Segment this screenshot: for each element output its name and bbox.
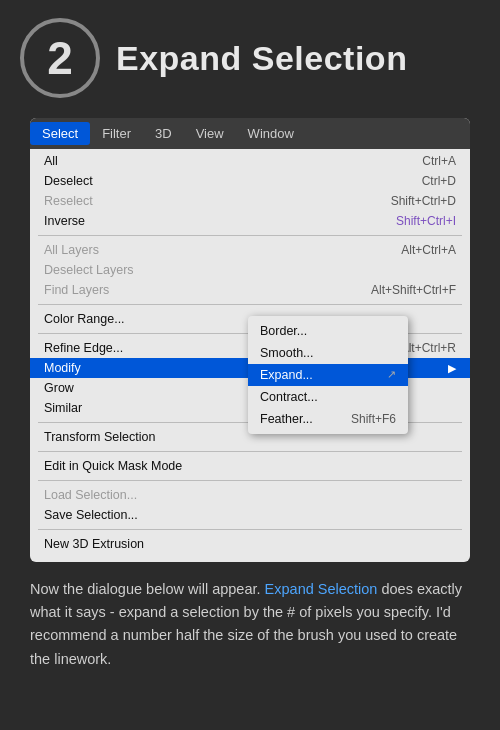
menu-item-shortcut: Shift+Ctrl+D bbox=[391, 194, 456, 208]
menu-item-load-selection[interactable]: Load Selection... bbox=[30, 485, 470, 505]
page-title: Expand Selection bbox=[116, 39, 407, 78]
divider-5 bbox=[38, 451, 462, 452]
menu-item-shortcut: Ctrl+D bbox=[422, 174, 456, 188]
menu-bar: Select Filter 3D View Window bbox=[30, 118, 470, 149]
page-header: 2 Expand Selection bbox=[0, 0, 500, 108]
menu-item-3d-extrusion[interactable]: New 3D Extrusion bbox=[30, 534, 470, 554]
menu-item-shortcut: Alt+Shift+Ctrl+F bbox=[371, 283, 456, 297]
description-text: Now the dialogue below will appear. Expa… bbox=[0, 578, 500, 691]
cursor-icon: ↗ bbox=[387, 368, 396, 382]
menu-item-reselect[interactable]: Reselect Shift+Ctrl+D bbox=[30, 191, 470, 211]
divider-6 bbox=[38, 480, 462, 481]
menu-item-save-selection[interactable]: Save Selection... bbox=[30, 505, 470, 525]
submenu-item-label: Smooth... bbox=[260, 346, 314, 360]
divider-2 bbox=[38, 304, 462, 305]
submenu-item-shortcut: Shift+F6 bbox=[351, 412, 396, 426]
divider-7 bbox=[38, 529, 462, 530]
menu-item-label: Color Range... bbox=[44, 312, 125, 326]
menu-item-label: Inverse bbox=[44, 214, 85, 228]
menu-item-label: Save Selection... bbox=[44, 508, 138, 522]
menu-item-shortcut: Ctrl+A bbox=[422, 154, 456, 168]
divider-1 bbox=[38, 235, 462, 236]
menu-item-label: Refine Edge... bbox=[44, 341, 123, 355]
menu-item-label: Transform Selection bbox=[44, 430, 155, 444]
submenu-item-border[interactable]: Border... bbox=[248, 320, 408, 342]
submenu-item-smooth[interactable]: Smooth... bbox=[248, 342, 408, 364]
submenu-item-label: Border... bbox=[260, 324, 307, 338]
menu-item-label: Deselect Layers bbox=[44, 263, 134, 277]
menu-item-quick-mask[interactable]: Edit in Quick Mask Mode bbox=[30, 456, 470, 476]
menu-item-label: Modify bbox=[44, 361, 81, 375]
submenu-item-label: Feather... bbox=[260, 412, 313, 426]
menu-item-label: Find Layers bbox=[44, 283, 109, 297]
menu-item-label: New 3D Extrusion bbox=[44, 537, 144, 551]
submenu-item-expand[interactable]: Expand... ↗ bbox=[248, 364, 408, 386]
menubar-item-3d[interactable]: 3D bbox=[143, 122, 184, 145]
step-circle: 2 bbox=[20, 18, 100, 98]
menu-item-shortcut: Shift+Ctrl+I bbox=[396, 214, 456, 228]
menu-item-shortcut: Alt+Ctrl+R bbox=[401, 341, 456, 355]
menu-item-label: Edit in Quick Mask Mode bbox=[44, 459, 182, 473]
menu-item-label: Deselect bbox=[44, 174, 93, 188]
submenu-item-contract[interactable]: Contract... bbox=[248, 386, 408, 408]
submenu-arrow-icon: ▶ bbox=[448, 362, 456, 375]
menu-item-find-layers[interactable]: Find Layers Alt+Shift+Ctrl+F bbox=[30, 280, 470, 300]
submenu-item-label: Contract... bbox=[260, 390, 318, 404]
menu-item-label: Similar bbox=[44, 401, 82, 415]
menubar-item-filter[interactable]: Filter bbox=[90, 122, 143, 145]
menu-container: Select Filter 3D View Window All Ctrl+A … bbox=[30, 118, 470, 562]
step-number: 2 bbox=[47, 31, 73, 85]
menu-item-all[interactable]: All Ctrl+A bbox=[30, 151, 470, 171]
expand-selection-link: Expand Selection bbox=[265, 581, 378, 597]
submenu-item-label: Expand... bbox=[260, 368, 313, 382]
menu-item-deselect-layers[interactable]: Deselect Layers bbox=[30, 260, 470, 280]
menu-item-label: Reselect bbox=[44, 194, 93, 208]
menu-item-deselect[interactable]: Deselect Ctrl+D bbox=[30, 171, 470, 191]
menu-item-label: Load Selection... bbox=[44, 488, 137, 502]
modify-submenu: Border... Smooth... Expand... ↗ Contract… bbox=[248, 316, 408, 434]
menubar-item-view[interactable]: View bbox=[184, 122, 236, 145]
menu-item-label: Grow bbox=[44, 381, 74, 395]
menu-item-shortcut: Alt+Ctrl+A bbox=[401, 243, 456, 257]
menubar-item-window[interactable]: Window bbox=[236, 122, 306, 145]
menu-item-inverse[interactable]: Inverse Shift+Ctrl+I bbox=[30, 211, 470, 231]
description-before: Now the dialogue below will appear. bbox=[30, 581, 265, 597]
menu-item-all-layers[interactable]: All Layers Alt+Ctrl+A bbox=[30, 240, 470, 260]
menu-item-label: All bbox=[44, 154, 58, 168]
submenu-item-feather[interactable]: Feather... Shift+F6 bbox=[248, 408, 408, 430]
menubar-item-select[interactable]: Select bbox=[30, 122, 90, 145]
menu-item-label: All Layers bbox=[44, 243, 99, 257]
